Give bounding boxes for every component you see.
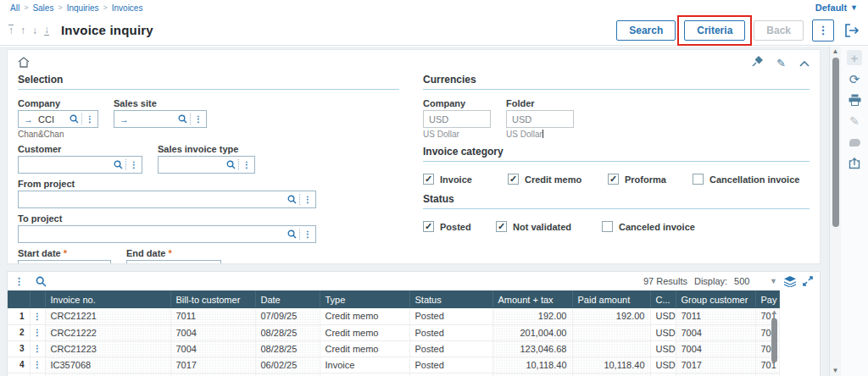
calendar-icon[interactable] <box>192 264 202 265</box>
first-record-icon[interactable]: ↑ <box>8 25 14 36</box>
back-button[interactable]: Back <box>754 20 804 41</box>
cell-amount-tax[interactable]: 4,000.00 <box>492 373 572 376</box>
from-project-field[interactable]: ⋮ <box>18 191 316 208</box>
table-row[interactable]: 3 ⋮ CRC21223 7004 08/28/25 Credit memo P… <box>8 340 779 357</box>
breadcrumb-item-invoices[interactable]: Invoices <box>112 3 143 13</box>
search-button[interactable]: Search <box>616 20 676 41</box>
col-amount-tax[interactable]: Amount + tax <box>492 290 572 308</box>
cell-date[interactable]: 07/09/25 <box>255 308 320 324</box>
table-row[interactable]: 1 ⋮ CRC21221 7011 07/09/25 Credit memo P… <box>8 308 779 324</box>
col-paid-amount[interactable]: Paid amount <box>572 290 650 308</box>
cell-paid-amount[interactable] <box>572 340 650 357</box>
calendar-icon[interactable] <box>81 264 92 265</box>
checkbox-icon[interactable] <box>508 174 519 185</box>
cell-bill-to-customer[interactable]: 7011 <box>170 308 255 324</box>
field-menu-icon[interactable]: ⋮ <box>303 195 313 204</box>
col-date[interactable]: Date <box>255 290 320 308</box>
cell-invoice-no[interactable]: IC357068 <box>45 357 170 373</box>
checkbox-icon[interactable] <box>496 221 507 232</box>
cell-bill-to-customer[interactable]: 7004 <box>170 340 255 357</box>
home-icon[interactable] <box>18 56 30 71</box>
cell-type[interactable]: Credit memo <box>320 308 409 324</box>
cell-amount-tax[interactable]: 10,118.40 <box>492 357 572 373</box>
cell-date[interactable]: 06/02/25 <box>255 373 320 376</box>
table-scrollbar-thumb[interactable] <box>771 318 777 362</box>
cell-bill-to-customer[interactable]: 7004 <box>170 324 255 340</box>
expand-icon[interactable] <box>803 276 813 286</box>
row-menu-icon[interactable]: ⋮ <box>30 308 45 324</box>
table-row[interactable]: 2 ⋮ CRC21222 7004 08/28/25 Credit memo P… <box>8 324 779 340</box>
field-menu-icon[interactable]: ⋮ <box>303 229 313 239</box>
cell-date[interactable]: 08/28/25 <box>255 324 320 340</box>
criteria-button[interactable]: Criteria <box>684 20 745 41</box>
breadcrumb-item-sales[interactable]: Sales <box>32 3 53 13</box>
row-number-header[interactable] <box>8 290 30 308</box>
print-icon[interactable] <box>847 92 862 108</box>
cell-group-customer[interactable]: 7004 <box>676 324 755 340</box>
to-project-field[interactable]: ⋮ <box>18 225 316 243</box>
cell-invoice-no[interactable]: CRC21221 <box>45 308 170 324</box>
cell-type[interactable]: Invoice <box>320 373 409 376</box>
end-date-field[interactable]: 09/30/25 ⋮ <box>126 260 221 264</box>
checkbox-credit-memo[interactable]: Credit memo <box>508 174 608 185</box>
cell-status[interactable]: Posted <box>409 373 492 376</box>
cell-group-customer[interactable]: 7011 <box>676 308 755 324</box>
cell-group-customer[interactable]: 7017 <box>676 357 755 373</box>
refresh-icon[interactable]: ⟳ <box>847 71 862 86</box>
cell-date[interactable]: 06/02/25 <box>255 357 320 373</box>
row-menu-icon[interactable]: ⋮ <box>30 373 45 376</box>
checkbox-not-validated[interactable]: Not validated <box>496 221 602 232</box>
cell-amount-tax[interactable]: 201,004.00 <box>492 324 572 340</box>
col-invoice-no[interactable]: Invoice no. <box>45 290 170 308</box>
cell-group-customer[interactable]: 7004 <box>676 373 755 376</box>
previous-record-icon[interactable]: ↑ <box>20 25 25 36</box>
checkbox-icon[interactable] <box>423 221 434 232</box>
lookup-icon[interactable] <box>226 160 236 169</box>
checkbox-icon[interactable] <box>602 221 613 232</box>
field-menu-icon[interactable]: ⋮ <box>193 114 203 124</box>
breadcrumb-item-inquiries[interactable]: Inquiries <box>67 3 99 13</box>
table-row[interactable]: 5 ⋮ IC357069 7004 06/02/25 Invoice Poste… <box>8 373 779 376</box>
checkbox-icon[interactable] <box>693 174 704 185</box>
cell-paid-amount[interactable] <box>572 324 650 340</box>
lookup-icon[interactable] <box>114 160 123 169</box>
scroll-up-icon[interactable]: ▲ <box>830 47 841 57</box>
cell-currency[interactable]: USD <box>650 340 676 357</box>
cell-amount-tax[interactable]: 192.00 <box>492 308 572 324</box>
cell-paid-amount[interactable]: 4,000.00 <box>572 373 650 376</box>
col-currency[interactable]: C... <box>650 290 676 308</box>
cell-group-customer[interactable]: 7004 <box>676 340 755 357</box>
field-menu-icon[interactable]: ⋮ <box>85 114 95 124</box>
customer-field[interactable]: ⋮ <box>18 156 142 174</box>
checkbox-cancellation-invoice[interactable]: Cancellation invoice <box>693 174 799 185</box>
cell-currency[interactable]: USD <box>650 357 676 373</box>
scroll-down-icon[interactable]: ▼ <box>830 366 841 376</box>
row-menu-icon[interactable]: ⋮ <box>30 340 45 357</box>
cell-amount-tax[interactable]: 123,046.68 <box>492 340 572 357</box>
cell-paid-amount[interactable]: 192.00 <box>572 308 650 324</box>
next-record-icon[interactable]: ↓ <box>32 25 37 36</box>
pin-icon[interactable] <box>752 56 763 69</box>
checkbox-canceled-invoice[interactable]: Canceled invoice <box>602 221 695 232</box>
cell-status[interactable]: Posted <box>409 308 492 324</box>
checkbox-invoice[interactable]: Invoice <box>423 174 508 185</box>
col-bill-to-customer[interactable]: Bill-to customer <box>170 290 255 308</box>
end-date-value[interactable]: 09/30/25 <box>130 264 192 265</box>
collapse-panel-icon[interactable] <box>799 56 810 69</box>
cell-bill-to-customer[interactable]: 7004 <box>170 373 255 376</box>
col-status[interactable]: Status <box>409 290 492 308</box>
row-menu-icon[interactable]: ⋮ <box>30 357 45 373</box>
start-date-value[interactable]: 06/01/25 <box>21 264 81 265</box>
start-date-field[interactable]: 06/01/25 ⋮ <box>18 260 111 264</box>
table-row[interactable]: 4 ⋮ IC357068 7017 06/02/25 Invoice Poste… <box>8 357 779 373</box>
sales-site-field[interactable]: → ⋮ <box>114 110 207 128</box>
lookup-icon[interactable] <box>70 114 79 124</box>
edit-icon[interactable]: ✎ <box>776 58 786 69</box>
field-menu-icon[interactable]: ⋮ <box>129 160 139 169</box>
table-scrollbar[interactable]: ▲ <box>770 309 779 376</box>
checkbox-posted[interactable]: Posted <box>423 221 496 232</box>
page-scrollbar-thumb[interactable] <box>832 58 839 227</box>
cell-currency[interactable]: USD <box>650 373 676 376</box>
col-pay[interactable]: Pay <box>755 290 779 308</box>
cell-status[interactable]: Posted <box>409 324 492 340</box>
